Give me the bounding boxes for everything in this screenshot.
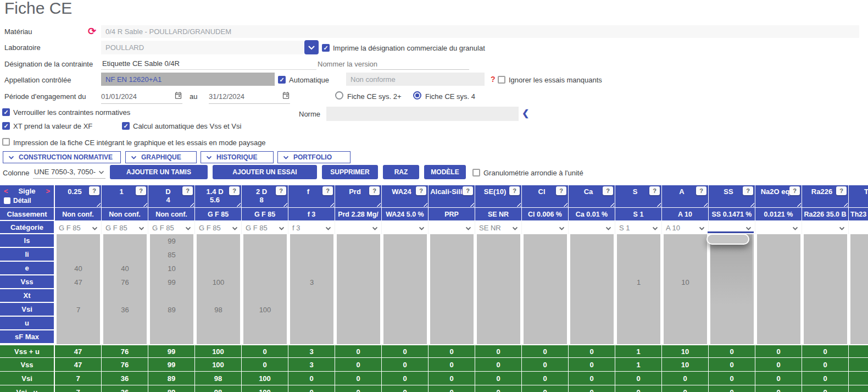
column-header-s[interactable]: S? [615, 185, 662, 208]
grid-cell-u-na2o-eq[interactable] [757, 317, 800, 331]
chevron-left-icon[interactable]: ❮ [522, 108, 529, 118]
categorie-select-se-10[interactable]: SE NR [475, 221, 522, 234]
materiau-input[interactable] [101, 25, 859, 38]
grid-cell-vss-s[interactable]: 1 [617, 275, 660, 290]
column-help-button[interactable]: ? [509, 186, 520, 195]
grid-cell-li-alcali-silic[interactable] [430, 248, 474, 262]
grid-cell-sf-max-na2o-eq[interactable] [757, 330, 800, 345]
grid-cell-vsi-se-10[interactable] [477, 303, 520, 317]
grid-cell-vss-a[interactable]: 10 [664, 275, 707, 290]
grid-cell-vsi-1[interactable]: 36 [103, 303, 147, 317]
section-button-construction-normative[interactable]: CONSTRUCTION NORMATIVE [3, 151, 121, 163]
grid-cell-ls-d-4[interactable]: 99 [150, 234, 193, 249]
grid-cell-u-s[interactable] [617, 317, 660, 331]
column-help-button[interactable]: ? [696, 186, 706, 195]
column-resize-handle[interactable] [469, 201, 474, 207]
column-help-button[interactable]: ? [276, 186, 286, 195]
column-resize-handle[interactable] [795, 201, 801, 207]
grid-cell-vsi-ra226[interactable] [804, 303, 847, 317]
column-resize-handle[interactable] [329, 201, 334, 207]
column-header-alcali-silic[interactable]: Alcali-Silic? [429, 185, 475, 208]
grid-cell-xt-alcali-silic[interactable] [430, 289, 474, 303]
grid-cell-u-cl[interactable] [524, 317, 567, 331]
grid-cell-vss-alcali-silic[interactable] [430, 275, 474, 290]
imprime-checkbox[interactable] [322, 44, 330, 52]
column-header-1-4-d-5-6[interactable]: 1.4 D 5.6? [195, 185, 242, 208]
grid-cell-ls-1-4-d-5-6[interactable] [197, 234, 240, 249]
grid-cell-u-wa24[interactable] [383, 317, 427, 331]
grid-cell-u-th[interactable] [850, 317, 868, 331]
grid-cell-xt-th[interactable] [850, 289, 868, 303]
column-resize-handle[interactable] [422, 201, 427, 207]
fiche-ce-sys2-radio[interactable] [335, 91, 343, 100]
calendar-icon[interactable] [174, 91, 182, 102]
column-header-0-25[interactable]: 0.25? [55, 185, 102, 208]
grid-cell-e-a[interactable] [664, 262, 707, 276]
categorie-select-s[interactable]: S 1 [615, 221, 662, 234]
grid-cell-vsi-a[interactable] [664, 303, 707, 317]
grid-cell-sf-max-prd[interactable] [337, 330, 380, 345]
grid-cell-u-a[interactable] [664, 317, 707, 331]
grid-cell-xt-ra226[interactable] [804, 289, 847, 303]
grid-cell-e-wa24[interactable] [383, 262, 427, 276]
action-button-raz[interactable]: RAZ [383, 165, 419, 179]
grid-cell-vsi-ca[interactable] [570, 303, 614, 317]
grid-cell-li-th[interactable] [850, 248, 868, 262]
ignorer-checkbox[interactable] [498, 76, 505, 84]
grid-cell-e-2-d-8[interactable] [243, 262, 287, 276]
grid-cell-xt-prd[interactable] [337, 289, 380, 303]
grid-cell-ls-na2o-eq[interactable] [757, 234, 800, 249]
grid-cell-vss-se-10[interactable] [477, 275, 520, 290]
column-resize-handle[interactable] [142, 201, 147, 207]
grid-cell-sf-max-wa24[interactable] [383, 330, 427, 345]
grid-cell-e-s[interactable] [617, 262, 660, 276]
grid-cell-vsi-prd[interactable] [337, 303, 380, 317]
detail-checkbox[interactable] [4, 197, 10, 204]
grid-cell-u-alcali-silic[interactable] [430, 317, 474, 331]
grid-cell-ls-1[interactable] [103, 234, 147, 249]
grid-cell-ls-th[interactable] [850, 234, 868, 249]
column-help-button[interactable]: ? [322, 186, 333, 195]
grid-cell-u-1-4-d-5-6[interactable] [197, 317, 240, 331]
grid-cell-li-1-4-d-5-6[interactable] [197, 248, 240, 262]
grid-cell-sf-max-d-4[interactable] [150, 330, 193, 345]
grid-cell-vsi-ss[interactable] [710, 303, 754, 317]
grid-cell-sf-max-th[interactable] [850, 330, 868, 345]
grid-cell-e-0-25[interactable]: 40 [57, 262, 100, 276]
focused-cell-spinner[interactable] [706, 234, 749, 245]
grid-cell-e-th[interactable] [850, 262, 868, 276]
grid-cell-sf-max-ra226[interactable] [804, 330, 847, 345]
section-button-graphique[interactable]: GRAPHIQUE [125, 151, 197, 163]
grid-cell-ls-cl[interactable] [524, 234, 567, 249]
grid-cell-e-prd[interactable] [337, 262, 380, 276]
grid-cell-xt-a[interactable] [664, 289, 707, 303]
grid-cell-vsi-d-4[interactable]: 89 [150, 303, 193, 317]
column-header-wa24[interactable]: WA24? [382, 185, 429, 208]
grid-cell-u-0-25[interactable] [57, 317, 100, 331]
sync-icon[interactable]: ⟳ [88, 26, 96, 36]
grid-cell-vss-cl[interactable] [524, 275, 567, 290]
impression-checkbox[interactable] [2, 138, 10, 146]
grid-cell-li-cl[interactable] [524, 248, 567, 262]
categorie-select-prd[interactable] [335, 221, 382, 234]
date-fin-field[interactable] [209, 90, 290, 104]
grid-cell-xt-ss[interactable] [710, 289, 754, 303]
column-help-button[interactable]: ? [836, 186, 847, 195]
grid-cell-li-prd[interactable] [337, 248, 380, 262]
grid-cell-sf-max-ss[interactable] [710, 330, 754, 345]
grid-cell-u-2-d-8[interactable] [243, 317, 287, 331]
grid-cell-u-1[interactable] [103, 317, 147, 331]
nommer-version-input[interactable] [371, 58, 469, 70]
column-header-2-d-8[interactable]: 2 D 8? [242, 185, 288, 208]
grid-cell-ls-wa24[interactable] [383, 234, 427, 249]
column-help-button[interactable]: ? [603, 186, 613, 195]
date-debut-field[interactable] [101, 90, 182, 104]
categorie-select-1-4-d-5-6[interactable]: G F 85 [195, 221, 242, 234]
column-help-button[interactable]: ? [463, 186, 473, 195]
grid-cell-sf-max-0-25[interactable] [57, 330, 100, 345]
grid-cell-e-ra226[interactable] [804, 262, 847, 276]
grid-cell-ls-ca[interactable] [570, 234, 614, 249]
grid-cell-vss-ss[interactable] [710, 275, 754, 290]
column-header-se-10[interactable]: SE(10)? [475, 185, 522, 208]
grid-cell-li-0-25[interactable] [57, 248, 100, 262]
